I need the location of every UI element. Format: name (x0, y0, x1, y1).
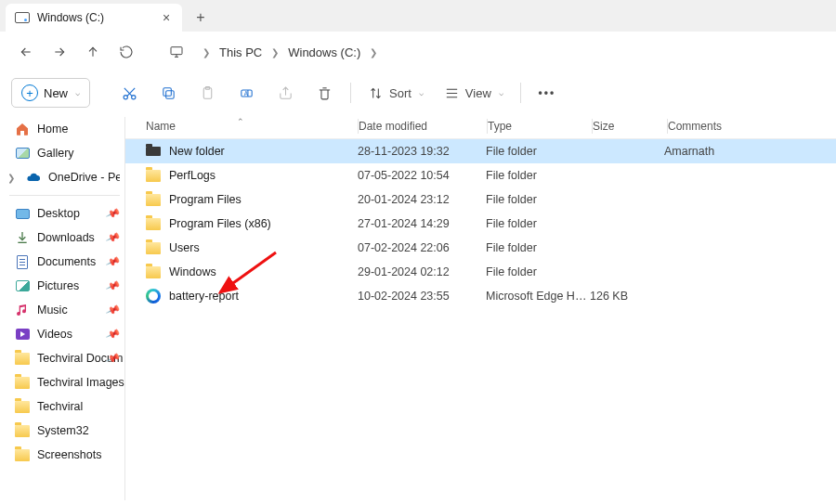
sidebar-label: Gallery (37, 147, 74, 160)
file-date: 10-02-2024 23:55 (358, 290, 486, 303)
file-date: 20-01-2024 23:12 (358, 193, 486, 206)
toolbar: + New ⌵ A Sort ⌵ View ⌵ ••• (0, 72, 836, 113)
pin-icon: 📌 (105, 326, 122, 342)
sidebar-label: System32 (37, 424, 89, 437)
file-name: battery-report (169, 290, 239, 303)
sidebar-item-techviral-docum[interactable]: Techviral Docum 📌 (9, 346, 125, 370)
svg-rect-0 (171, 47, 182, 55)
column-size[interactable]: Size (593, 120, 667, 133)
tab-windows-c[interactable]: Windows (C:) × (6, 4, 182, 32)
main-area: Home Gallery ❯ OneDrive - Persona Deskto… (0, 113, 836, 504)
sidebar-item-techviral[interactable]: Techviral (9, 394, 125, 419)
new-tab-button[interactable]: + (188, 5, 214, 31)
table-row[interactable]: New folder28-11-2023 19:32File folderAma… (125, 139, 836, 163)
file-name: Windows (169, 265, 216, 278)
divider (9, 195, 120, 196)
sidebar-item-downloads[interactable]: Downloads 📌 (9, 226, 125, 250)
file-icon (146, 289, 161, 304)
sidebar-item-techviral-images[interactable]: Techviral Images (9, 370, 125, 394)
sort-indicator-icon: ⌃ (237, 117, 244, 126)
file-icon (146, 240, 161, 255)
column-date[interactable]: Date modified (359, 120, 487, 133)
breadcrumb: ❯ This PC ❯ Windows (C:) ❯ (202, 44, 377, 61)
rename-button[interactable]: A (229, 78, 263, 108)
chevron-right-icon[interactable]: ❯ (9, 173, 15, 183)
sidebar-label: Music (37, 304, 68, 317)
monitor-icon[interactable] (162, 37, 191, 67)
sidebar-item-system32[interactable]: System32 (9, 419, 125, 443)
table-row[interactable]: Users07-02-2024 22:06File folder (125, 236, 836, 260)
home-icon (15, 122, 30, 136)
folder-icon (15, 423, 30, 438)
sidebar-item-home[interactable]: Home (9, 117, 125, 141)
chevron-right-icon: ❯ (370, 47, 377, 58)
file-date: 29-01-2024 02:12 (358, 265, 486, 278)
file-comments: Amarnath (664, 145, 836, 158)
sidebar-item-gallery[interactable]: Gallery (9, 141, 125, 165)
chevron-right-icon: ❯ (202, 47, 210, 58)
file-date: 28-11-2023 19:32 (358, 145, 486, 158)
sidebar-item-music[interactable]: Music 📌 (9, 298, 125, 322)
table-row[interactable]: battery-report10-02-2024 23:55Microsoft … (125, 284, 836, 308)
up-button[interactable] (78, 37, 108, 67)
picture-icon (15, 278, 30, 293)
chevron-down-icon: ⌵ (419, 88, 424, 97)
column-name[interactable]: Name ⌃ (125, 120, 358, 133)
sidebar-label: Desktop (37, 207, 80, 220)
desktop-icon (15, 206, 30, 221)
sidebar-item-videos[interactable]: Videos 📌 (9, 322, 125, 346)
table-row[interactable]: Program Files20-01-2024 23:12File folder (125, 187, 836, 212)
column-type[interactable]: Type (488, 120, 592, 133)
close-tab-icon[interactable]: × (160, 10, 173, 25)
file-icon (146, 265, 161, 279)
share-button[interactable] (268, 78, 302, 108)
file-type: File folder (486, 241, 590, 254)
table-row[interactable]: Program Files (x86)27-01-2024 14:29File … (125, 212, 836, 236)
sidebar-label: Home (37, 123, 68, 136)
sidebar-label: Techviral Images (37, 376, 124, 389)
file-icon (146, 216, 161, 231)
pin-icon: 📌 (105, 278, 122, 293)
crumb-windows-c[interactable]: Windows (C:) (284, 44, 364, 61)
file-icon (146, 192, 161, 207)
table-row[interactable]: PerfLogs07-05-2022 10:54File folder (125, 163, 836, 187)
back-button[interactable] (11, 37, 41, 67)
refresh-button[interactable] (111, 37, 141, 67)
gallery-icon (15, 146, 30, 161)
cut-button[interactable] (112, 78, 146, 108)
sidebar-item-desktop[interactable]: Desktop 📌 (9, 201, 125, 226)
svg-rect-3 (165, 90, 174, 98)
delete-button[interactable] (307, 78, 341, 108)
drive-icon (15, 10, 30, 25)
sidebar-label: Pictures (37, 279, 79, 292)
sidebar-item-onedrive[interactable]: ❯ OneDrive - Persona (9, 165, 125, 189)
paste-button[interactable] (190, 78, 224, 108)
file-icon (146, 144, 161, 159)
copy-button[interactable] (151, 78, 185, 108)
pin-icon: 📌 (105, 253, 122, 269)
sidebar-label: Downloads (37, 231, 95, 244)
sidebar-label: Documents (37, 255, 96, 268)
separator (350, 83, 351, 103)
chevron-down-icon: ⌵ (75, 88, 80, 97)
document-icon (15, 254, 30, 269)
view-label: View (465, 86, 491, 100)
column-comments[interactable]: Comments (668, 120, 836, 133)
chevron-down-icon: ⌵ (499, 88, 503, 97)
forward-button[interactable] (45, 37, 74, 67)
table-row[interactable]: Windows29-01-2024 02:12File folder (125, 260, 836, 284)
music-icon (15, 303, 30, 317)
folder-icon (15, 399, 30, 414)
sort-button[interactable]: Sort ⌵ (360, 78, 431, 108)
more-button[interactable]: ••• (530, 78, 564, 108)
sidebar-item-pictures[interactable]: Pictures 📌 (9, 274, 125, 298)
crumb-this-pc[interactable]: This PC (216, 44, 266, 61)
cloud-icon (26, 170, 41, 185)
new-button[interactable]: + New ⌵ (11, 78, 90, 108)
folder-icon (15, 351, 30, 366)
sidebar-label: Videos (37, 328, 72, 341)
file-name: New folder (169, 145, 225, 158)
sidebar-item-screenshots[interactable]: Screenshots (9, 443, 125, 467)
view-button[interactable]: View ⌵ (437, 78, 511, 108)
sidebar-item-documents[interactable]: Documents 📌 (9, 250, 125, 274)
